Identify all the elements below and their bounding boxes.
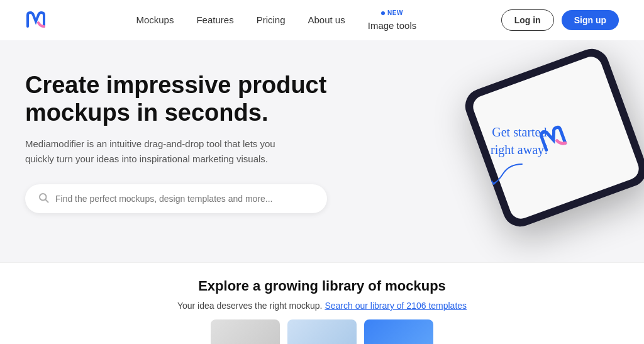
nav-item-pricing[interactable]: Pricing [257,14,286,26]
search-input[interactable] [55,194,314,204]
phone-body [460,44,644,231]
bottom-title: Explore a growing library of mockups [198,278,446,294]
nav-item-features[interactable]: Features [196,14,233,26]
signup-button[interactable]: Sign up [562,10,619,30]
get-started-annotation: Get startedright away! [491,123,548,186]
thumbnail-row [211,319,433,344]
new-badge-label: NEW [387,10,403,16]
nav-item-mockups[interactable]: Mockups [136,14,174,26]
hero-section: Create impressive product mockups in sec… [0,40,644,262]
thumbnail-3 [364,319,433,344]
search-bar[interactable] [25,184,327,213]
login-button[interactable]: Log in [501,9,554,31]
nav-actions: Log in Sign up [501,9,619,31]
thumbnail-2 [287,319,357,344]
search-icon [38,192,49,206]
new-dot [381,11,385,15]
nav-item-about[interactable]: About us [308,14,345,26]
annotation-text: Get startedright away! [491,125,548,157]
hero-content: Create impressive product mockups in sec… [25,72,352,243]
bottom-section: Explore a growing library of mockups You… [0,262,644,344]
hero-visual: Get startedright away! [352,72,619,243]
nav-links: Mockups Features Pricing About us NEW Im… [136,10,416,31]
hero-subtitle: Mediamodifier is an intuitive drag-and-d… [25,136,277,167]
hero-title: Create impressive product mockups in sec… [25,72,352,126]
image-tools-label: Image tools [368,20,417,31]
thumbnail-1 [211,319,280,344]
logo[interactable] [25,9,52,31]
nav-item-image-tools[interactable]: NEW Image tools [368,10,417,31]
library-link[interactable]: Search our library of 2106 templates [325,301,467,311]
svg-line-1 [45,200,48,203]
bottom-subtitle: Your idea deserves the right mockup. Sea… [177,301,467,311]
navbar: Mockups Features Pricing About us NEW Im… [0,0,644,40]
